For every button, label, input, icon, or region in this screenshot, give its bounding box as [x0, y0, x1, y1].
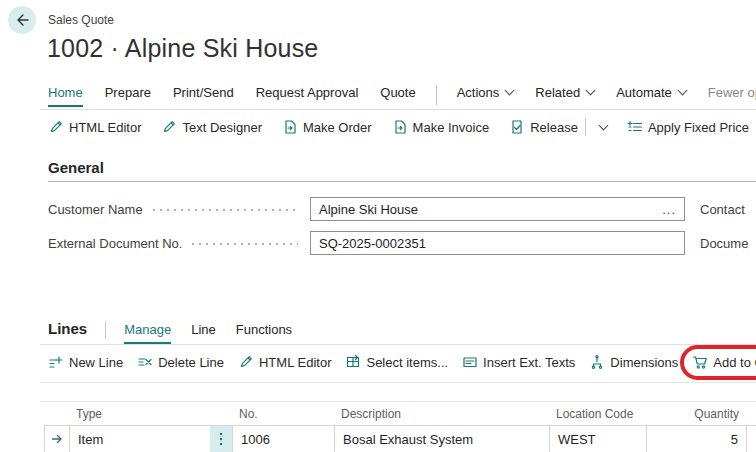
ellipsis-vertical-icon — [219, 432, 223, 446]
customer-name-field-row: Customer Name Alpine Ski House ... Conta… — [48, 196, 745, 222]
external-document-no-input[interactable]: SQ-2025-0002351 — [310, 231, 685, 255]
action-select-items[interactable]: Select items... — [345, 354, 448, 370]
action-label: New Line — [69, 355, 123, 370]
dotted-leader — [153, 209, 298, 211]
action-label: Make Order — [303, 120, 372, 135]
row-arrow-icon — [50, 432, 64, 446]
tab-quote[interactable]: Quote — [380, 85, 415, 107]
action-insert-ext-texts[interactable]: Insert Ext. Texts — [462, 354, 575, 370]
lines-header-rule — [40, 344, 756, 345]
general-heading-rule — [48, 181, 756, 182]
select-items-icon — [345, 354, 361, 370]
lines-tab-line[interactable]: Line — [191, 322, 216, 344]
tab-request-approval[interactable]: Request Approval — [256, 85, 359, 107]
document-check-icon — [509, 119, 525, 135]
document-date-label: Docume — [700, 236, 748, 251]
main-action-bar: HTML Editor Text Designer Make Order Mak… — [48, 118, 756, 136]
back-arrow-icon — [13, 11, 31, 29]
split-divider — [585, 118, 586, 136]
document-convert-icon — [282, 119, 298, 135]
row-selector-cell[interactable] — [44, 426, 70, 452]
action-make-order[interactable]: Make Order — [282, 119, 372, 135]
customer-name-input[interactable]: Alpine Ski House ... — [310, 197, 685, 221]
menu-automate[interactable]: Automate — [616, 85, 686, 107]
tab-prepare[interactable]: Prepare — [105, 85, 151, 107]
dimensions-icon — [589, 354, 605, 370]
column-header-type[interactable]: Type — [70, 407, 233, 421]
customer-name-value: Alpine Ski House — [319, 202, 662, 217]
customer-name-assist-button[interactable]: ... — [662, 202, 676, 217]
description-value: Bosal Exhaust System — [343, 432, 473, 447]
table-row: Item 1006 Bosal Exhaust System WEST 5 — [44, 425, 756, 452]
action-release[interactable]: Release — [509, 119, 578, 135]
menu-actions[interactable]: Actions — [457, 85, 514, 107]
pencil-icon — [48, 119, 64, 135]
cell-options-button[interactable] — [210, 426, 232, 452]
ribbon-divider — [436, 85, 437, 105]
external-document-no-value: SQ-2025-0002351 — [319, 236, 676, 251]
action-html-editor[interactable]: HTML Editor — [48, 119, 141, 135]
quantity-value: 5 — [731, 432, 738, 447]
action-text-designer[interactable]: Text Designer — [161, 119, 261, 135]
action-add-to-cart[interactable]: Add to Cart — [692, 354, 756, 370]
action-label: Make Invoice — [413, 120, 490, 135]
new-line-icon — [48, 354, 64, 370]
menu-related[interactable]: Related — [535, 85, 594, 107]
lines-heading: Lines — [48, 320, 87, 342]
tab-home[interactable]: Home — [48, 85, 83, 107]
column-header-description[interactable]: Description — [335, 407, 550, 421]
location-code-value: WEST — [558, 432, 596, 447]
column-header-no[interactable]: No. — [233, 407, 335, 421]
lines-tab-functions[interactable]: Functions — [236, 322, 292, 344]
action-delete-line[interactable]: Delete Line — [137, 354, 224, 370]
cell-type[interactable]: Item — [70, 426, 233, 452]
action-label: HTML Editor — [259, 355, 331, 370]
sales-quote-page: Sales Quote 1002 · Alpine Ski House Home… — [0, 0, 756, 452]
menu-related-label: Related — [535, 85, 580, 100]
chevron-down-icon — [505, 86, 515, 96]
cell-quantity[interactable]: 5 — [647, 426, 747, 452]
cell-stub — [747, 426, 756, 452]
general-section-heading: General — [48, 159, 104, 176]
lines-toolbar-rule — [40, 382, 756, 383]
tab-print-send[interactable]: Print/Send — [173, 85, 234, 107]
fewer-options-button[interactable]: Fewer options — [708, 85, 756, 107]
page-title: 1002 · Alpine Ski House — [47, 34, 318, 63]
action-label: Apply Fixed Price — [648, 120, 749, 135]
document-convert-icon — [392, 119, 408, 135]
contact-label: Contact — [700, 202, 745, 217]
cell-no[interactable]: 1006 — [233, 426, 335, 452]
lines-tab-manage[interactable]: Manage — [124, 322, 171, 344]
release-split-button: Release — [509, 118, 607, 136]
action-make-invoice[interactable]: Make Invoice — [392, 119, 490, 135]
type-value: Item — [78, 432, 103, 447]
action-new-line[interactable]: New Line — [48, 354, 123, 370]
action-label: Add to Cart — [713, 355, 756, 370]
cell-description[interactable]: Bosal Exhaust System — [335, 426, 550, 452]
action-label: Delete Line — [158, 355, 224, 370]
delete-line-icon — [137, 354, 153, 370]
list-plus-icon — [627, 119, 643, 135]
chevron-down-icon — [677, 86, 687, 96]
no-value: 1006 — [241, 432, 270, 447]
dotted-leader — [192, 243, 298, 245]
action-label: Select items... — [366, 355, 448, 370]
pencil-icon — [238, 354, 254, 370]
action-dimensions[interactable]: Dimensions — [589, 354, 678, 370]
column-header-location-code[interactable]: Location Code — [550, 407, 647, 421]
external-document-field-row: External Document No. SQ-2025-0002351 Do… — [48, 230, 748, 256]
action-label: Dimensions — [610, 355, 678, 370]
table-top-rule — [40, 401, 756, 402]
menu-actions-label: Actions — [457, 85, 500, 100]
lines-divider — [105, 321, 106, 339]
ribbon-tab-bar: Home Prepare Print/Send Request Approval… — [48, 85, 756, 107]
column-header-quantity[interactable]: Quantity — [647, 407, 747, 421]
back-button[interactable] — [8, 6, 36, 34]
action-html-editor-line[interactable]: HTML Editor — [238, 354, 331, 370]
pencil-icon — [161, 119, 177, 135]
action-label: HTML Editor — [69, 120, 141, 135]
lines-action-bar: New Line Delete Line HTML Editor Select … — [48, 354, 756, 370]
cell-location-code[interactable]: WEST — [550, 426, 647, 452]
release-dropdown-button[interactable] — [593, 126, 607, 129]
action-apply-fixed-price[interactable]: Apply Fixed Price — [627, 119, 749, 135]
